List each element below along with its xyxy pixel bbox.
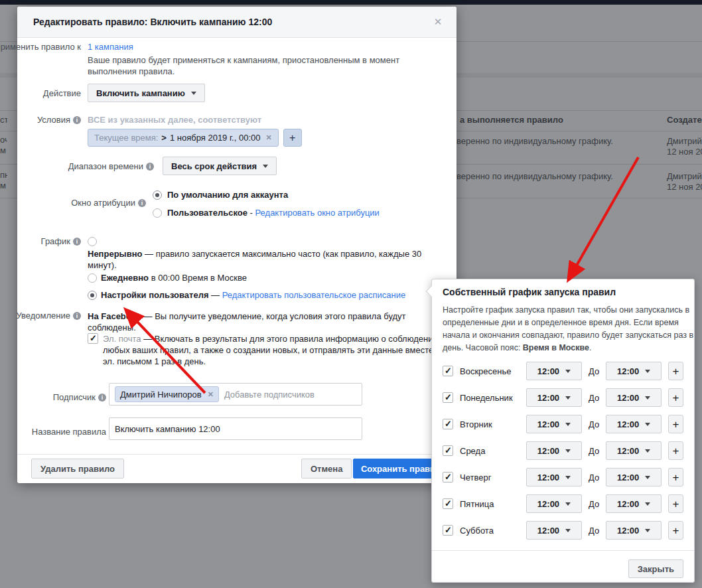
schedule-daily-radio[interactable] — [88, 273, 97, 283]
table-cell-creator: Дмитрий — [667, 136, 702, 146]
add-time-slot-button[interactable]: + — [668, 388, 683, 407]
chevron-down-icon — [565, 449, 571, 453]
end-time-dropdown[interactable]: 12:00 — [606, 494, 662, 513]
start-time-dropdown[interactable]: 12:00 — [526, 441, 582, 460]
day-label: Среда — [460, 446, 520, 456]
time-range-label: Диапазон времени — [57, 161, 154, 171]
popup-close-button[interactable]: Закрыть — [628, 559, 683, 578]
schedule-daily-option: Ежедневно в 00:00 Время в Москве — [101, 273, 247, 283]
to-label: До — [589, 419, 599, 429]
info-icon — [146, 163, 154, 171]
apply-to-label: Применить правило к — [0, 42, 81, 52]
end-time-dropdown[interactable]: 12:00 — [606, 388, 662, 407]
schedule-continuous-radio[interactable] — [88, 237, 97, 246]
edit-attribution-link[interactable]: Редактировать окно атрибуции — [255, 208, 380, 218]
table-row: веренно по индивидуальному графику. — [456, 136, 613, 146]
notification-label: Уведомление — [0, 311, 81, 321]
day-checkbox[interactable] — [443, 472, 453, 482]
info-icon — [138, 199, 146, 207]
action-label: Действие — [0, 88, 81, 98]
add-time-slot-button[interactable]: + — [668, 468, 683, 486]
schedule-day-row: Суббота 12:00 До 12:00 + — [443, 517, 683, 544]
schedule-day-row: Вторник 12:00 До 12:00 + — [443, 411, 683, 437]
start-time-dropdown[interactable]: 12:00 — [526, 388, 582, 407]
close-icon[interactable] — [431, 15, 445, 29]
chevron-down-icon — [565, 529, 571, 532]
campaign-count-link[interactable]: 1 кампания — [88, 42, 133, 52]
chevron-down-icon — [565, 502, 571, 506]
day-checkbox[interactable] — [443, 366, 453, 376]
table-cell-date: 12 ноя 20 — [667, 182, 702, 192]
add-time-slot-button[interactable]: + — [668, 521, 683, 540]
info-icon — [98, 394, 106, 402]
add-condition-button[interactable]: + — [283, 129, 302, 147]
email-notification-text: Эл. почта — Включать в результаты для эт… — [103, 333, 438, 367]
day-label: Воскресенье — [460, 366, 520, 376]
bg-col-header-when: а выполняется правило — [460, 115, 563, 125]
day-label: Понедельник — [460, 393, 520, 403]
day-checkbox[interactable] — [443, 445, 453, 456]
rule-name-input[interactable]: Включить кампанию 12:00 — [109, 417, 362, 440]
action-dropdown[interactable]: Включить кампанию — [88, 84, 205, 102]
start-time-dropdown[interactable]: 12:00 — [526, 468, 582, 486]
cancel-button[interactable]: Отмена — [301, 459, 352, 478]
attribution-custom-radio[interactable] — [153, 208, 162, 218]
conditions-row: Текущее время: > 1 ноября 2019 г., 00:00… — [88, 129, 302, 147]
divider — [17, 454, 456, 455]
attribution-default-radio[interactable] — [153, 190, 162, 200]
day-label: Пятница — [460, 499, 520, 509]
subscriber-token: Дмитрий Ничипоров — [115, 386, 219, 402]
time-range-dropdown[interactable]: Весь срок действия — [163, 157, 277, 175]
start-time-dropdown[interactable]: 12:00 — [526, 415, 582, 433]
attribution-default-option: По умолчанию для аккаунта — [167, 190, 288, 200]
chevron-down-icon — [565, 396, 571, 400]
popup-description: Настройте график запуска правил так, что… — [443, 304, 693, 354]
subscriber-input[interactable]: Дмитрий Ничипоров Добавьте подписчиков — [109, 383, 362, 405]
chevron-down-icon — [645, 396, 650, 400]
edit-custom-schedule-link[interactable]: Редактировать пользовательское расписани… — [222, 290, 406, 300]
end-time-dropdown[interactable]: 12:00 — [606, 468, 662, 486]
divider — [432, 550, 694, 551]
chevron-down-icon — [645, 423, 650, 426]
chevron-down-icon — [191, 92, 196, 95]
add-time-slot-button[interactable]: + — [668, 494, 683, 513]
schedule-custom-option: Настройки пользователя — Редактировать п… — [101, 290, 405, 300]
start-time-dropdown[interactable]: 12:00 — [526, 521, 582, 540]
chevron-down-icon — [645, 476, 650, 479]
email-notification-checkbox[interactable] — [88, 333, 98, 344]
day-checkbox[interactable] — [443, 525, 453, 536]
apply-to-description: Ваше правило будет применяться к кампани… — [88, 54, 399, 77]
start-time-dropdown[interactable]: 12:00 — [526, 362, 582, 380]
end-time-dropdown[interactable]: 12:00 — [606, 362, 662, 380]
top-navbar — [0, 0, 702, 5]
add-time-slot-button[interactable]: + — [668, 441, 683, 460]
chevron-down-icon — [645, 502, 650, 506]
schedule-custom-radio[interactable] — [88, 291, 97, 300]
schedule-day-row: Среда 12:00 До 12:00 + — [443, 437, 683, 464]
custom-schedule-popup: Собственный график запуска правил Настро… — [431, 279, 695, 583]
schedule-continuous-option: Непрерывно — правило запускается максима… — [88, 248, 421, 271]
schedule-days-list: Воскресенье 12:00 До 12:00 + Понедельник… — [443, 358, 683, 544]
delete-rule-button[interactable]: Удалить правило — [31, 459, 124, 478]
day-checkbox[interactable] — [443, 392, 453, 403]
schedule-label: График — [0, 236, 81, 246]
add-time-slot-button[interactable]: + — [668, 362, 683, 380]
start-time-dropdown[interactable]: 12:00 — [526, 494, 582, 513]
condition-tag[interactable]: Текущее время: > 1 ноября 2019 г., 00:00 — [88, 129, 279, 147]
chevron-down-icon — [263, 165, 268, 168]
bg-clipped-text: оч — [0, 135, 7, 145]
day-checkbox[interactable] — [443, 419, 453, 429]
remove-condition-icon[interactable] — [265, 133, 271, 142]
conditions-label: Условия — [0, 115, 81, 125]
end-time-dropdown[interactable]: 12:00 — [606, 441, 662, 460]
add-time-slot-button[interactable]: + — [668, 415, 683, 433]
end-time-dropdown[interactable]: 12:00 — [606, 521, 662, 540]
subscriber-label: Подписчик — [0, 392, 106, 402]
table-cell-date: 12 ноя 20 — [667, 147, 702, 157]
remove-subscriber-icon[interactable] — [208, 390, 214, 399]
day-checkbox[interactable] — [443, 498, 453, 509]
schedule-day-row: Воскресенье 12:00 До 12:00 + — [443, 358, 683, 384]
end-time-dropdown[interactable]: 12:00 — [606, 415, 662, 433]
rule-name-label: Название правила — [0, 427, 106, 437]
bg-clipped-text: м — [0, 181, 7, 190]
